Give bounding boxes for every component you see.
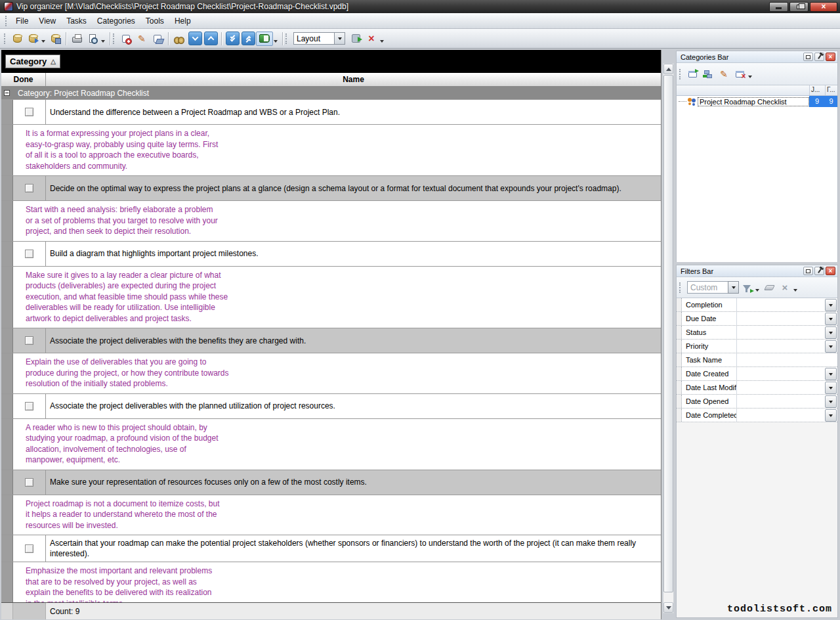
categories-close-button[interactable]: × bbox=[826, 53, 835, 61]
filter-value-cell[interactable] bbox=[737, 312, 825, 325]
apply-filter-button[interactable] bbox=[739, 280, 755, 295]
task-done-checkbox[interactable] bbox=[25, 544, 33, 553]
task-row[interactable]: Build a diagram that highlights importan… bbox=[1, 242, 661, 267]
print-preview-button[interactable] bbox=[85, 32, 100, 46]
filters-toolbar-overflow-icon[interactable] bbox=[793, 289, 797, 292]
filter-dropdown-button[interactable] bbox=[825, 326, 837, 339]
new-database-button[interactable] bbox=[9, 32, 25, 46]
restore-button[interactable] bbox=[789, 2, 808, 12]
scroll-up-button[interactable] bbox=[663, 64, 673, 74]
filter-row-date-opened[interactable]: Date Opened bbox=[677, 395, 837, 409]
close-button[interactable]: × bbox=[810, 2, 837, 12]
filter-row-task-name[interactable]: Task Name bbox=[677, 353, 837, 367]
filter-dropdown-button[interactable] bbox=[825, 313, 837, 325]
filter-row-status[interactable]: Status bbox=[677, 326, 837, 340]
categories-toolbar-grip[interactable] bbox=[679, 69, 681, 79]
edit-task-button[interactable]: ✎ bbox=[134, 32, 150, 46]
task-note-row[interactable]: A reader who is new to this project shou… bbox=[1, 419, 661, 470]
menu-help[interactable]: Help bbox=[169, 14, 196, 28]
filter-preset-value[interactable]: Custom bbox=[687, 281, 728, 294]
task-row[interactable]: Understand the difference between a Proj… bbox=[1, 100, 661, 125]
column-header-done[interactable]: Done bbox=[1, 73, 46, 86]
task-note-row[interactable]: Explain the use of deliverables that you… bbox=[1, 353, 661, 394]
new-task-button[interactable] bbox=[118, 32, 134, 46]
clear-filter-button[interactable] bbox=[761, 280, 777, 295]
open-database-button[interactable] bbox=[25, 32, 41, 46]
filter-row-priority[interactable]: Priority bbox=[677, 340, 837, 353]
filter-row-completion[interactable]: Completion bbox=[677, 298, 837, 312]
filter-value-cell[interactable] bbox=[737, 353, 837, 366]
collapse-icon[interactable] bbox=[4, 90, 10, 96]
task-done-checkbox[interactable] bbox=[25, 402, 33, 410]
task-row[interactable]: Make sure your representation of resourc… bbox=[1, 470, 661, 495]
new-subcategory-button[interactable] bbox=[700, 67, 716, 81]
filter-preset-combobox[interactable]: Custom bbox=[687, 281, 739, 294]
scroll-down-button[interactable] bbox=[663, 602, 673, 613]
move-to-top-button[interactable] bbox=[240, 32, 256, 46]
filters-pin-button[interactable] bbox=[814, 267, 824, 275]
edit-category-button[interactable]: ✎ bbox=[716, 67, 732, 81]
categories-pin-button[interactable] bbox=[814, 53, 824, 61]
categories-restore-button[interactable] bbox=[803, 53, 813, 61]
filter-value-cell[interactable] bbox=[737, 367, 825, 380]
move-down-button[interactable] bbox=[187, 32, 203, 46]
filter-dropdown-button[interactable] bbox=[825, 299, 837, 311]
toolbar-grip[interactable] bbox=[285, 33, 287, 44]
layout-view-dropdown-icon[interactable] bbox=[274, 40, 278, 43]
layout-combobox[interactable]: Layout bbox=[293, 32, 345, 45]
task-row[interactable]: Associate the project deliverables with … bbox=[1, 328, 661, 353]
filter-dropdown-button[interactable] bbox=[825, 368, 837, 380]
categories-count-column-1[interactable]: J... bbox=[809, 85, 825, 95]
filter-value-cell[interactable] bbox=[737, 326, 825, 339]
filter-row-date-created[interactable]: Date Created bbox=[677, 367, 837, 381]
filter-row-due-date[interactable]: Due Date bbox=[677, 312, 837, 326]
filter-dropdown-button[interactable] bbox=[825, 395, 837, 408]
toolbar-overflow-icon[interactable] bbox=[380, 40, 384, 43]
scrollbar-thumb[interactable] bbox=[663, 75, 673, 592]
menu-tools[interactable]: Tools bbox=[140, 14, 169, 28]
layout-combobox-value[interactable]: Layout bbox=[293, 32, 334, 45]
task-note-row[interactable]: Project roadmap is not a document to ite… bbox=[1, 495, 661, 536]
column-header-name[interactable]: Name bbox=[46, 73, 661, 86]
filter-dropdown-button[interactable] bbox=[825, 340, 837, 353]
layout-combobox-dropdown-button[interactable] bbox=[334, 32, 345, 45]
task-done-checkbox[interactable] bbox=[25, 108, 33, 116]
open-database-dropdown-icon[interactable] bbox=[41, 40, 45, 43]
filters-close-button[interactable]: × bbox=[826, 267, 835, 275]
filter-value-cell[interactable] bbox=[737, 340, 825, 353]
print-preview-dropdown-icon[interactable] bbox=[101, 40, 105, 43]
task-row[interactable]: Ascertain that your roadmap can make the… bbox=[1, 535, 661, 562]
save-database-button[interactable] bbox=[47, 32, 63, 46]
delete-task-button[interactable] bbox=[150, 32, 165, 46]
move-to-bottom-button[interactable] bbox=[224, 32, 240, 46]
minimize-button[interactable] bbox=[769, 2, 788, 12]
new-category-button[interactable] bbox=[684, 67, 700, 81]
category-group-row[interactable]: Category: Project Roadmap Checklist bbox=[1, 87, 661, 100]
delete-filter-button[interactable]: × bbox=[777, 280, 793, 295]
filter-value-cell[interactable] bbox=[737, 381, 825, 394]
filters-toolbar-grip[interactable] bbox=[679, 282, 681, 293]
filter-preset-dropdown-button[interactable] bbox=[728, 281, 739, 294]
scrollbar-track[interactable] bbox=[663, 592, 673, 602]
print-button[interactable] bbox=[69, 32, 85, 46]
group-by-category-button[interactable]: Category △ bbox=[5, 55, 60, 68]
task-done-checkbox[interactable] bbox=[25, 478, 33, 487]
task-done-checkbox[interactable] bbox=[25, 336, 33, 345]
categories-count-column-2[interactable]: Г... bbox=[825, 85, 837, 95]
menu-tasks[interactable]: Tasks bbox=[61, 14, 92, 28]
task-done-checkbox[interactable] bbox=[25, 184, 33, 192]
layout-view-toggle[interactable] bbox=[256, 32, 273, 46]
task-row[interactable]: Decide on the optimal way to express the… bbox=[1, 176, 661, 201]
filter-dropdown-button[interactable] bbox=[825, 382, 837, 394]
filters-restore-button[interactable] bbox=[803, 267, 813, 275]
task-note-row[interactable]: It is a format expressing your project p… bbox=[1, 125, 661, 176]
task-note-row[interactable]: Emphasize the most important and relevan… bbox=[1, 562, 661, 602]
menu-categories[interactable]: Categories bbox=[92, 14, 140, 28]
filter-row-date-completed[interactable]: Date Completed bbox=[677, 409, 837, 422]
task-list-scrollbar[interactable] bbox=[663, 63, 674, 613]
toolbar-grip[interactable] bbox=[113, 33, 115, 44]
filter-value-cell[interactable] bbox=[737, 409, 825, 422]
category-item-row[interactable]: Project Roadmap Checklist 9 9 bbox=[677, 96, 837, 107]
task-note-row[interactable]: Make sure it gives to a lay reader a cle… bbox=[1, 267, 661, 329]
apply-filter-dropdown-icon[interactable] bbox=[755, 289, 759, 292]
